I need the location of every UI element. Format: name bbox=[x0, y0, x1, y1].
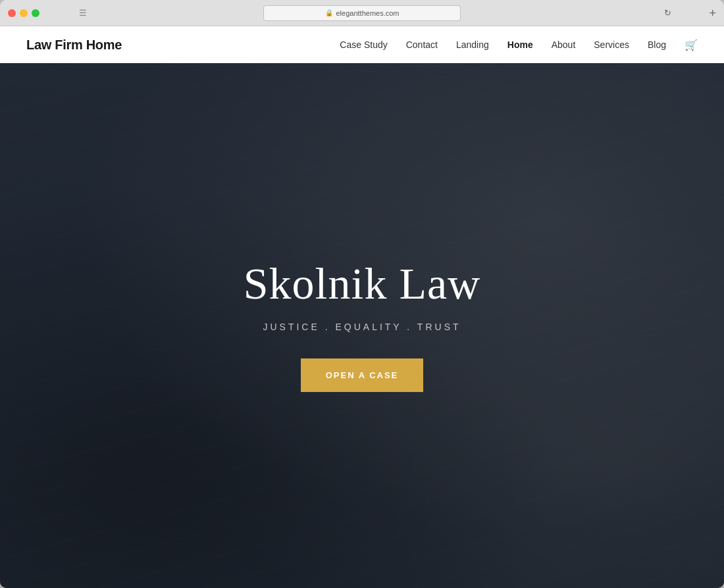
nav-landing[interactable]: Landing bbox=[456, 39, 489, 50]
minimize-dot[interactable] bbox=[20, 9, 28, 17]
address-bar[interactable]: 🔒 elegantthemes.com bbox=[263, 5, 461, 21]
reload-button[interactable]: ↻ bbox=[664, 8, 671, 18]
site-header: Law Firm Home Case Study Contact Landing… bbox=[0, 26, 724, 63]
maximize-dot[interactable] bbox=[32, 9, 39, 17]
hero-subtitle: Justice . Equality . Trust bbox=[244, 322, 480, 332]
browser-titlebar: ☰ 🔒 elegantthemes.com ↻ + bbox=[0, 0, 724, 26]
close-dot[interactable] bbox=[8, 9, 16, 17]
url-text: elegantthemes.com bbox=[336, 9, 400, 17]
browser-dots bbox=[8, 9, 39, 17]
sidebar-toggle-icon[interactable]: ☰ bbox=[79, 8, 87, 18]
new-tab-button[interactable]: + bbox=[709, 7, 716, 19]
lock-icon: 🔒 bbox=[325, 9, 333, 16]
website-content: Law Firm Home Case Study Contact Landing… bbox=[0, 26, 724, 588]
hero-title: Skolnik Law bbox=[244, 259, 480, 308]
cart-icon[interactable]: 🛒 bbox=[685, 39, 698, 51]
site-nav: Case Study Contact Landing Home About Se… bbox=[340, 39, 698, 51]
hero-section: Skolnik Law Justice . Equality . Trust O… bbox=[0, 63, 724, 588]
nav-services[interactable]: Services bbox=[594, 39, 629, 50]
site-logo[interactable]: Law Firm Home bbox=[26, 37, 122, 53]
nav-home[interactable]: Home bbox=[507, 39, 533, 50]
nav-blog[interactable]: Blog bbox=[648, 39, 666, 50]
nav-contact[interactable]: Contact bbox=[406, 39, 438, 50]
nav-about[interactable]: About bbox=[552, 39, 576, 50]
nav-case-study[interactable]: Case Study bbox=[340, 39, 387, 50]
open-case-button[interactable]: OPEN A CASE bbox=[301, 358, 424, 392]
hero-content: Skolnik Law Justice . Equality . Trust O… bbox=[244, 259, 480, 392]
browser-window: ☰ 🔒 elegantthemes.com ↻ + Law Firm Home … bbox=[0, 0, 724, 588]
